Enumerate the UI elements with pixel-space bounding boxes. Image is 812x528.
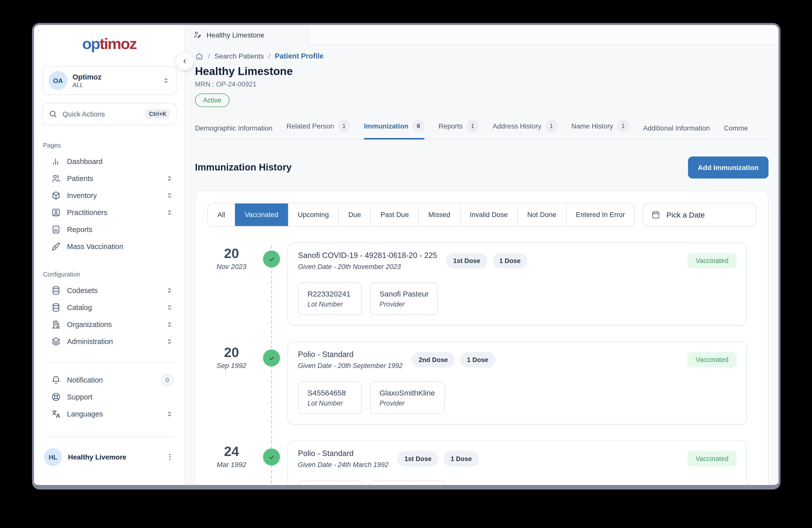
date-picker-placeholder: Pick a Date <box>667 210 705 219</box>
filter-invalid-dose[interactable]: Invalid Dose <box>460 204 518 226</box>
sidebar-item-reports[interactable]: Reports <box>42 221 176 238</box>
sidebar-item-catalog[interactable]: Catalog <box>42 299 176 316</box>
chevrons-up-down-icon <box>165 321 174 328</box>
timeline-check-dot <box>263 350 280 367</box>
tab-additional-information[interactable]: Additional Information <box>643 121 710 139</box>
vaccine-name: Sanofi COVID-19 - 49281-0618-20 - 225 <box>298 251 437 260</box>
home-icon[interactable] <box>195 52 203 60</box>
sidebar-item-label: Organizations <box>67 321 112 328</box>
filter-label: Vaccinated <box>245 211 278 219</box>
section-label-configuration: Configuration <box>43 271 176 278</box>
tab-immunization[interactable]: Immunization 6 <box>364 117 424 139</box>
workspace-selector[interactable]: OA Optimoz ALL <box>42 66 176 95</box>
record-day: 24 <box>207 444 256 459</box>
patient-tab-label: Healthy Limestone <box>206 31 264 39</box>
workspace-scope: ALL <box>72 82 102 88</box>
patient-tab[interactable]: Healthy Limestone <box>185 25 308 45</box>
chevrons-up-down-icon <box>165 337 174 346</box>
tab-comme[interactable]: Comme <box>724 121 748 139</box>
patients-icon <box>51 174 61 184</box>
sidebar-item-organizations[interactable]: Organizations <box>42 316 176 333</box>
current-user[interactable]: HL Healthy Livemore <box>42 446 176 468</box>
sidebar-item-dashboard[interactable]: Dashboard <box>42 153 176 170</box>
languages-icon <box>51 409 61 419</box>
provider-box: GlaxoSmithKline Provider <box>370 381 445 414</box>
filter-upcoming[interactable]: Upcoming <box>288 204 339 226</box>
tab-count-badge: 1 <box>617 120 629 132</box>
tab-strip: Healthy Limestone <box>185 25 779 45</box>
check-icon <box>267 255 276 263</box>
chevron-left-icon <box>181 58 188 65</box>
filter-due[interactable]: Due <box>339 204 371 226</box>
database-icon <box>51 303 61 312</box>
logo-text-right: timoz <box>100 35 136 53</box>
tab-name-history[interactable]: Name History 1 <box>571 117 629 139</box>
tab-label: Demographic Information <box>195 124 273 132</box>
immunization-card[interactable]: Polio - Standard Given Date - 20th Septe… <box>288 341 747 425</box>
database-icon <box>51 285 61 295</box>
app-logo: optimoz <box>42 35 176 53</box>
quick-actions-button[interactable]: Quick Actions Ctrl+K <box>42 103 176 125</box>
tab-address-history[interactable]: Address History 1 <box>493 117 557 139</box>
sidebar-collapse-button[interactable] <box>176 53 193 70</box>
date-picker[interactable]: Pick a Date <box>642 203 756 226</box>
lot-number-box: S45564658 Lot Number <box>298 381 362 414</box>
screen: optimoz OA Optimoz ALL Quick Actions Ctr… <box>0 0 812 528</box>
tab-demographic-information[interactable]: Demographic Information <box>195 121 273 139</box>
calendar-icon <box>651 210 661 220</box>
record-month-year: Nov 2023 <box>207 262 256 270</box>
workspace-name: Optimoz <box>72 73 102 82</box>
sidebar-item-label: Practitioners <box>67 208 107 217</box>
filter-missed[interactable]: Missed <box>419 204 460 226</box>
sidebar-item-notification[interactable]: Notification 0 <box>42 371 176 388</box>
sidebar-item-patients[interactable]: Patients <box>42 170 176 187</box>
provider-box: Sanofi Pasteur Provider <box>370 282 438 315</box>
filter-vaccinated[interactable]: Vaccinated <box>235 204 289 226</box>
vaccinated-badge: Vaccinated <box>687 253 737 268</box>
sidebar-item-label: Codesets <box>67 287 98 294</box>
tab-reports[interactable]: Reports 1 <box>438 117 479 139</box>
profile-tabs: Demographic Information Related Person 1… <box>195 117 768 140</box>
breadcrumb-search-patients[interactable]: Search Patients <box>215 52 264 60</box>
sidebar-item-label: Languages <box>67 410 103 418</box>
sidebar-item-mass-vaccination[interactable]: Mass Vaccination <box>42 238 176 255</box>
section-label-pages: Pages <box>43 142 176 149</box>
reports-icon <box>51 224 61 235</box>
sidebar-item-inventory[interactable]: Inventory <box>42 187 176 204</box>
provider-value: GlaxoSmithKline <box>379 487 435 489</box>
immunization-card[interactable]: Sanofi COVID-19 - 49281-0618-20 - 225 Gi… <box>288 243 747 325</box>
status-badge: Active <box>195 93 230 107</box>
practitioners-icon <box>51 207 61 218</box>
sidebar-item-support[interactable]: Support <box>42 388 176 406</box>
vaccine-name: Polio - Standard <box>298 449 389 458</box>
immunization-card[interactable]: Polio - Standard Given Date - 24th March… <box>288 440 747 489</box>
add-immunization-button[interactable]: Add Immunization <box>688 157 768 178</box>
immunization-record-sanofi-covid-19-49281-0618-20-225: 20 Nov 2023 Sanofi COVID-19 - 492 <box>207 243 747 325</box>
record-month-year: Mar 1992 <box>207 460 256 468</box>
filter-past-due[interactable]: Past Due <box>371 204 419 226</box>
patient-edit-icon <box>193 30 202 40</box>
sidebar-item-label: Notification <box>67 376 103 384</box>
section-header: Immunization History Add Immunization <box>195 157 768 178</box>
tab-count-badge: 1 <box>467 120 479 132</box>
chevrons-up-down-icon <box>165 191 174 200</box>
sidebar-item-languages[interactable]: Languages <box>42 406 176 423</box>
dose-order-pill: 1st Dose <box>397 451 438 467</box>
provider-label: Provider <box>379 399 435 407</box>
shortcut-badge: Ctrl+K <box>145 109 170 119</box>
workspace-avatar: OA <box>48 71 68 90</box>
tab-label: Comme <box>724 124 748 132</box>
sidebar-item-codesets[interactable]: Codesets <box>42 282 176 299</box>
tab-related-person[interactable]: Related Person 1 <box>287 117 350 139</box>
sidebar-item-administration[interactable]: Administration <box>42 333 176 350</box>
more-options-icon[interactable] <box>165 453 174 461</box>
filter-all[interactable]: All <box>208 204 235 226</box>
inventory-icon <box>51 191 61 201</box>
tab-count-badge: 6 <box>412 120 424 132</box>
sidebar-item-practitioners[interactable]: Practitioners <box>42 204 176 221</box>
sidebar-item-label: Mass Vaccination <box>67 243 123 250</box>
filter-label: Past Due <box>380 211 409 219</box>
record-day: 20 <box>207 247 256 261</box>
filter-not-done[interactable]: Not Done <box>518 204 566 226</box>
filter-entered-in-error[interactable]: Entered In Error <box>566 204 634 226</box>
